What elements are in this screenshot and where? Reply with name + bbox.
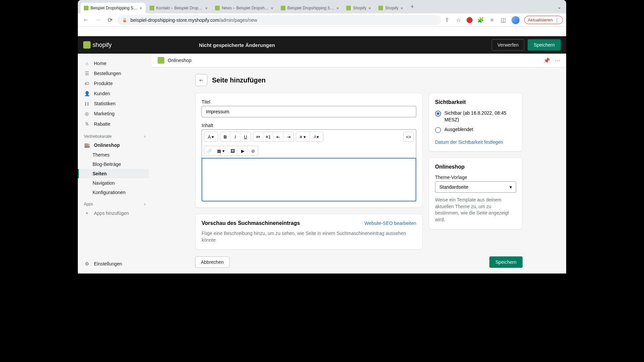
extensions-icon[interactable]: 🧩 — [477, 17, 484, 23]
rte-video-button[interactable]: ▶ — [238, 146, 248, 156]
rte-paragraph-button[interactable]: A ▾ — [204, 132, 218, 141]
unsaved-changes-label: Nicht gespeicherte Änderungen — [199, 42, 275, 48]
bookmark-icon[interactable]: ☆ — [455, 17, 462, 23]
share-icon[interactable]: ⇧ — [444, 17, 450, 23]
tab-title: Kontakt – Beispiel Dropship — [156, 6, 203, 10]
rte-html-button[interactable]: <> — [404, 132, 414, 141]
title-input[interactable] — [202, 106, 416, 117]
tabs-dropdown-icon[interactable]: ⌄ — [552, 4, 566, 10]
rte-bullet-list-button[interactable]: ≡• — [253, 132, 263, 141]
extension-icon[interactable] — [467, 17, 473, 23]
home-icon: ⌂ — [84, 61, 90, 66]
reading-list-icon[interactable]: ≡ — [489, 17, 495, 23]
rte-color-button[interactable]: A ▾ — [310, 132, 323, 141]
sidebar-item-products[interactable]: 🏷Produkte — [78, 78, 152, 88]
chart-icon: ⫿⫿ — [84, 101, 90, 106]
close-icon[interactable]: × — [336, 6, 339, 11]
sidebar-sub-config[interactable]: Konfigurationen — [78, 188, 152, 197]
sidebar-item-customers[interactable]: 👤Kunden — [78, 88, 152, 99]
sidebar-sub-blog[interactable]: Blog-Beiträge — [78, 160, 152, 169]
pin-icon[interactable]: 📌 — [543, 57, 550, 64]
app-topbar: shopify Nicht gespeicherte Änderungen Ve… — [78, 36, 566, 54]
content-editor[interactable] — [202, 158, 416, 201]
rte-underline-button[interactable]: U — [240, 132, 251, 141]
radio-icon — [435, 127, 441, 133]
browser-tab-2[interactable]: News – Beispiel Dropshipp × — [212, 3, 277, 13]
save-button-top[interactable]: Speichern — [528, 39, 561, 51]
sidebar-item-label: Home — [94, 61, 106, 66]
rte-indent-button[interactable]: ⇥ — [283, 132, 293, 141]
url-input[interactable]: 🔒 beispiel-dropshipping-store.myshopify.… — [117, 15, 441, 25]
browser-tab-3[interactable]: Beispiel Dropshipping Store × — [277, 3, 342, 13]
rte-outdent-button[interactable]: ⇤ — [273, 132, 283, 141]
cancel-button[interactable]: Abbrechen — [195, 256, 229, 268]
rte-clear-button[interactable]: ⊘ — [248, 146, 258, 156]
sidebar-item-analytics[interactable]: ⫿⫿Statistiken — [78, 99, 152, 109]
visibility-visible-option[interactable]: Sichtbar (ab 16.8.2022, 08:45 MESZ) — [435, 110, 516, 123]
more-icon[interactable]: ⋯ — [555, 57, 560, 64]
save-button-bottom[interactable]: Speichern — [489, 256, 523, 268]
sidebar-item-marketing[interactable]: ◎Marketing — [78, 109, 152, 119]
profile-avatar[interactable] — [512, 16, 520, 24]
template-card: Onlineshop Theme-Vorlage Standardseite ▾… — [429, 158, 523, 229]
close-icon[interactable]: × — [271, 6, 273, 11]
browser-tab-1[interactable]: Kontakt – Beispiel Dropship × — [146, 3, 211, 13]
reload-icon[interactable]: ⟳ — [105, 16, 115, 24]
sidebar-sub-themes[interactable]: Themes — [78, 150, 152, 160]
sidebar-item-orders[interactable]: ☰Bestellungen — [78, 68, 152, 78]
rte-image-button[interactable]: 🖼 — [228, 146, 238, 156]
sidebar-sub-pages[interactable]: Seiten — [78, 169, 149, 178]
set-visibility-date-link[interactable]: Datum der Sichtbarkeit festlegen — [435, 139, 503, 145]
seo-card: Vorschau des Suchmaschineneintrags Websi… — [195, 214, 423, 250]
rte-link-button[interactable]: 🔗 — [204, 146, 214, 156]
template-select[interactable]: Standardseite ▾ — [435, 181, 516, 193]
close-icon[interactable]: × — [140, 6, 142, 11]
seo-edit-link[interactable]: Website-SEO bearbeiten — [364, 221, 416, 226]
browser-tab-4[interactable]: Shopify × — [343, 3, 374, 13]
back-icon[interactable]: ← — [81, 16, 91, 23]
sidebar-item-add-apps[interactable]: ＋Apps hinzufügen — [78, 208, 152, 219]
close-icon[interactable]: × — [400, 6, 403, 11]
update-button[interactable]: Aktualisieren ⋮ — [524, 16, 563, 24]
store-icon: 🏬 — [84, 142, 90, 148]
seo-heading: Vorschau des Suchmaschineneintrags — [202, 220, 300, 226]
rte-bold-button[interactable]: B — [220, 132, 230, 141]
footer-actions: Abbrechen Speichern — [152, 256, 566, 274]
browser-tab-5[interactable]: Shopify × — [375, 3, 407, 13]
favicon-icon — [281, 6, 285, 10]
close-icon[interactable]: × — [368, 6, 371, 11]
sidebar-sub-navigation[interactable]: Navigation — [78, 178, 152, 188]
radio-label: Ausgeblendet — [444, 126, 473, 133]
chevron-right-icon[interactable]: › — [144, 134, 146, 139]
sidebar-item-onlineshop[interactable]: 🏬Onlineshop — [78, 140, 152, 150]
visibility-hidden-option[interactable]: Ausgeblendet — [435, 126, 516, 133]
shopify-logo[interactable]: shopify — [83, 41, 112, 49]
sidebar: ⌂Home ☰Bestellungen 🏷Produkte 👤Kunden ⫿⫿… — [78, 54, 152, 274]
visibility-card: Sichtbarkeit Sichtbar (ab 16.8.2022, 08:… — [429, 93, 523, 152]
new-tab-button[interactable]: + — [407, 3, 418, 10]
sidebar-item-label: Apps hinzufügen — [94, 210, 129, 216]
back-button[interactable]: ← — [195, 74, 207, 86]
rte-number-list-button[interactable]: ≡1 — [263, 132, 273, 141]
rte-table-button[interactable]: ▦ ▾ — [214, 146, 228, 156]
sidebar-item-home[interactable]: ⌂Home — [78, 58, 152, 68]
sidebar-section-apps: Apps › — [78, 197, 152, 208]
sidebar-item-label: Einstellungen — [94, 261, 122, 266]
sidebar-item-label: Kunden — [94, 91, 110, 96]
page-header: ← Seite hinzufügen — [152, 67, 566, 93]
sidepanel-icon[interactable]: ◫ — [500, 17, 507, 23]
template-label: Theme-Vorlage — [435, 175, 516, 180]
rte-italic-button[interactable]: I — [230, 132, 240, 141]
rte-align-button[interactable]: ≡ ▾ — [296, 132, 310, 141]
discard-button[interactable]: Verwerfen — [492, 39, 524, 51]
tab-title: Beispiel Dropshipping Store — [287, 6, 334, 10]
browser-tab-0[interactable]: Beispiel Dropshipping Store × — [80, 3, 146, 13]
radio-label: Sichtbar (ab 16.8.2022, 08:45 MESZ) — [444, 110, 516, 123]
chevron-right-icon[interactable]: › — [144, 202, 146, 206]
content-area: Onlineshop 📌 ⋯ ← Seite hinzufügen Titel … — [152, 54, 566, 274]
title-label: Titel — [202, 99, 416, 105]
close-icon[interactable]: × — [205, 6, 208, 11]
sidebar-item-settings[interactable]: ⚙Einstellungen — [78, 259, 152, 269]
sidebar-item-discounts[interactable]: ％Rabatte — [78, 119, 152, 129]
orders-icon: ☰ — [84, 71, 90, 76]
